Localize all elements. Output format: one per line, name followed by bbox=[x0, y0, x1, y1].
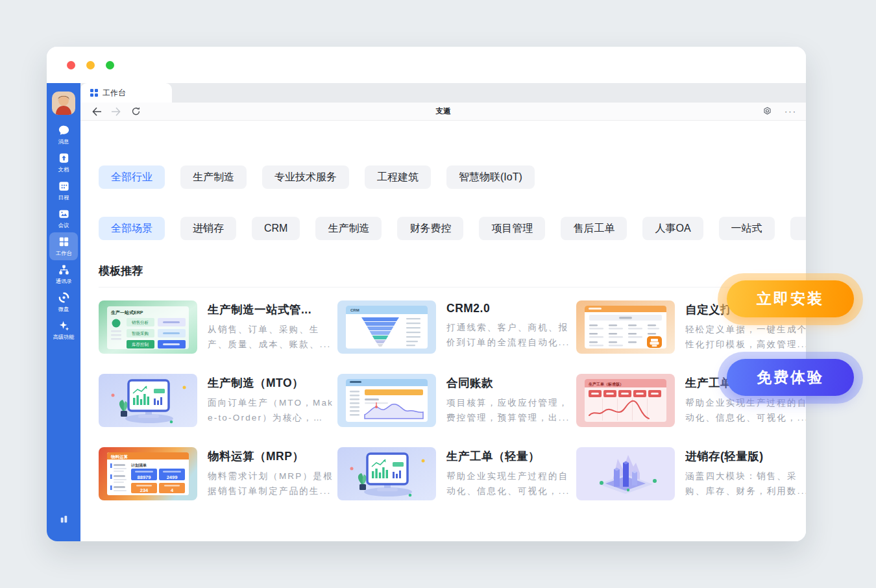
browser-navbar: 支遁 ··· bbox=[80, 103, 806, 121]
meeting-icon bbox=[58, 208, 70, 220]
template-description: 从销售、订单、采购、生产、质量、成本、账款、... bbox=[208, 322, 335, 352]
industry-chip-all[interactable]: 全部行业 bbox=[99, 165, 165, 189]
refresh-button[interactable] bbox=[128, 104, 143, 119]
template-title: 合同账款 bbox=[446, 375, 574, 391]
section-divider bbox=[99, 287, 788, 288]
scenario-chip[interactable]: 人事OA bbox=[642, 217, 703, 240]
scenario-chip[interactable]: 进销存 bbox=[180, 217, 236, 240]
sidebar-item-workbench[interactable]: 工作台 bbox=[49, 232, 78, 260]
sidebar-label: 会议 bbox=[58, 221, 69, 229]
back-arrow-icon bbox=[91, 107, 102, 116]
sidebar-item-docs[interactable]: 文档 bbox=[49, 149, 78, 177]
template-description: 打通线索、客户、商机、报价到订单的全流程自动化... bbox=[446, 320, 574, 350]
scenario-chip[interactable]: 一站式 bbox=[719, 217, 775, 240]
tab-strip: 工作台 bbox=[80, 83, 806, 103]
scenario-chip-clipped[interactable] bbox=[790, 217, 806, 240]
app-sidebar: 消息 文档 日程 bbox=[47, 83, 80, 541]
template-thumbnail: CRM bbox=[337, 300, 436, 354]
scenario-chip-all[interactable]: 全部场景 bbox=[99, 217, 165, 240]
sidebar-label: 高级功能 bbox=[53, 333, 74, 341]
free-trial-button[interactable]: 免费体验 bbox=[727, 359, 854, 396]
chat-icon bbox=[58, 124, 70, 136]
user-avatar[interactable] bbox=[52, 92, 75, 115]
template-card[interactable]: 生产制造（MTO） 面向订单生产（MTO，Make-to-Order）为核心，帮… bbox=[99, 374, 337, 427]
template-thumbnail: 生产一站式ERP 销售分析 智能采购 bbox=[99, 300, 197, 354]
back-button[interactable] bbox=[90, 104, 104, 119]
tab-workbench[interactable]: 工作台 bbox=[80, 83, 172, 103]
svg-text:计划清单: 计划清单 bbox=[130, 463, 147, 468]
avatar-photo bbox=[52, 92, 75, 115]
industry-chip[interactable]: 生产制造 bbox=[180, 165, 247, 189]
svg-text:CRM: CRM bbox=[350, 308, 359, 312]
template-card[interactable]: 生产一站式ERP 销售分析 智能采购 bbox=[99, 300, 337, 354]
sidebar-item-messages[interactable]: 消息 bbox=[49, 121, 78, 149]
template-card[interactable]: 物料运算 计划清单 bbox=[99, 447, 337, 500]
sidebar-item-calendar[interactable]: 日程 bbox=[49, 177, 78, 204]
workbench-icon bbox=[58, 236, 70, 248]
scenario-chip[interactable]: CRM bbox=[252, 217, 300, 240]
docs-icon bbox=[58, 152, 70, 164]
forward-button[interactable] bbox=[109, 104, 123, 119]
template-description: 面向订单生产（MTO，Make-to-Order）为核心，帮... bbox=[208, 395, 335, 425]
svg-text:销售分析: 销售分析 bbox=[131, 320, 149, 325]
svg-text:234: 234 bbox=[140, 487, 149, 493]
template-thumbnail: 生产工单（标准版） bbox=[576, 374, 675, 427]
industry-chip[interactable]: 智慧物联(IoT) bbox=[446, 165, 535, 189]
template-title: CRM2.0 bbox=[446, 302, 574, 315]
template-thumbnail bbox=[576, 300, 675, 354]
forward-arrow-icon bbox=[111, 107, 121, 116]
svg-text:库存控制: 库存控制 bbox=[132, 342, 149, 347]
template-title: 生产制造（MTO） bbox=[208, 375, 335, 391]
scenario-chip[interactable]: 项目管理 bbox=[479, 217, 545, 240]
svg-text:物料运算: 物料运算 bbox=[110, 454, 128, 459]
scenario-chip[interactable]: 生产制造 bbox=[315, 217, 382, 240]
sidebar-label: 文档 bbox=[58, 165, 69, 173]
industry-chip[interactable]: 专业技术服务 bbox=[262, 165, 349, 189]
printer-icon bbox=[647, 336, 662, 348]
refresh-icon bbox=[131, 106, 141, 116]
sidebar-item-analytics[interactable] bbox=[49, 504, 78, 532]
calendar-icon bbox=[58, 180, 70, 192]
sidebar-item-drive[interactable]: 微盘 bbox=[49, 288, 78, 316]
template-card[interactable]: 合同账款 项目核算，应收应付管理，费控管理，预算管理，出... bbox=[337, 374, 576, 427]
template-grid: 生产一站式ERP 销售分析 智能采购 bbox=[99, 300, 788, 500]
template-title: 生产工单（轻量） bbox=[446, 448, 574, 464]
install-now-button[interactable]: 立即安装 bbox=[727, 280, 854, 317]
sidebar-label: 通讯录 bbox=[56, 277, 72, 285]
template-title: 生产制造一站式管... bbox=[208, 302, 335, 317]
section-title: 模板推荐 bbox=[99, 263, 788, 278]
template-card[interactable]: 生产工单（轻量） 帮助企业实现生产过程的自动化、信息化、可视化，... bbox=[337, 447, 576, 500]
grid-icon bbox=[90, 89, 98, 97]
template-card[interactable]: CRM bbox=[337, 300, 576, 354]
template-thumbnail bbox=[337, 447, 436, 500]
maximize-window-button[interactable] bbox=[106, 61, 114, 69]
drive-icon bbox=[58, 291, 70, 304]
template-title: 物料运算（MRP） bbox=[208, 448, 335, 464]
app-window: 消息 文档 日程 bbox=[47, 47, 806, 541]
close-window-button[interactable] bbox=[67, 61, 75, 69]
template-card[interactable]: 进销存(轻量版) 涵盖四大模块：销售、采购、库存、财务，利用数... bbox=[576, 447, 806, 500]
template-thumbnail bbox=[576, 447, 675, 500]
sidebar-label: 消息 bbox=[58, 138, 69, 145]
svg-text:2499: 2499 bbox=[167, 474, 178, 480]
sidebar-item-meeting[interactable]: 会议 bbox=[49, 204, 78, 232]
template-description: 轻松定义单据，一键生成个性化打印模板，高效管理... bbox=[685, 322, 806, 352]
scenario-chip[interactable]: 财务费控 bbox=[397, 217, 463, 240]
sidebar-item-advanced[interactable]: 高级功能 bbox=[49, 316, 78, 344]
page-title: 支遁 bbox=[80, 106, 806, 116]
template-title: 进销存(轻量版) bbox=[685, 448, 806, 464]
sidebar-item-contacts[interactable]: 通讯录 bbox=[49, 260, 78, 288]
tab-label: 工作台 bbox=[103, 88, 126, 99]
advanced-features-icon bbox=[58, 319, 70, 332]
minimize-window-button[interactable] bbox=[86, 61, 95, 69]
gear-icon bbox=[762, 106, 772, 116]
sidebar-label: 微盘 bbox=[58, 305, 69, 313]
scenario-chip[interactable]: 售后工单 bbox=[561, 217, 627, 240]
template-description: 物料需求计划（MRP）是根据销售订单制定产品的生... bbox=[208, 469, 335, 498]
more-options-button[interactable]: ··· bbox=[785, 106, 797, 116]
bar-chart-icon bbox=[58, 512, 70, 524]
settings-button[interactable] bbox=[760, 104, 774, 119]
industry-chip[interactable]: 工程建筑 bbox=[365, 165, 431, 189]
svg-text:生产一站式ERP: 生产一站式ERP bbox=[110, 310, 143, 315]
sidebar-label: 日程 bbox=[58, 193, 69, 201]
